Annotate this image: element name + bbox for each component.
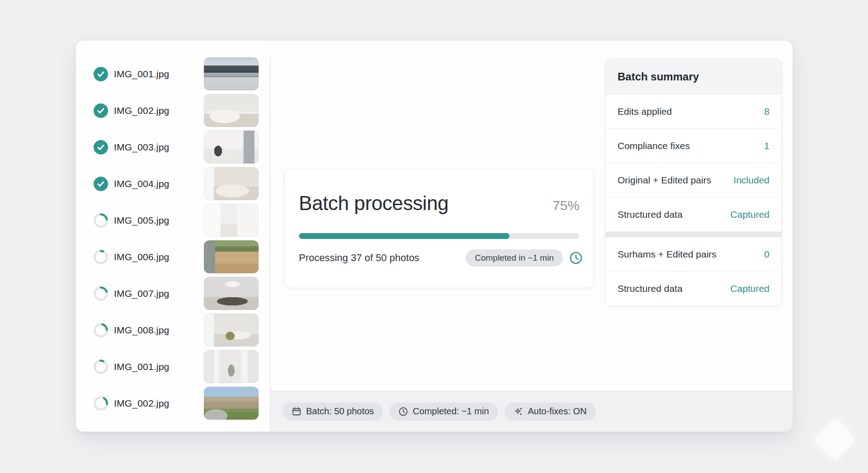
file-name: IMG_007.jpg xyxy=(114,288,169,299)
summary-row: Compliance fixes 1 xyxy=(606,129,781,163)
list-item[interactable]: IMG_008.jpg xyxy=(76,312,270,348)
progress-spinner-icon xyxy=(94,396,108,411)
progress-percent: 75% xyxy=(552,198,580,213)
clock-icon xyxy=(569,251,583,265)
summary-row-value: 1 xyxy=(764,140,769,151)
chip-label: Batch: 50 photos xyxy=(306,406,374,417)
photo-thumbnail xyxy=(204,314,259,347)
file-name: IMG_005.jpg xyxy=(114,215,169,226)
summary-row-value: Captured xyxy=(731,209,769,220)
check-icon xyxy=(94,140,108,155)
summary-row-value: Included xyxy=(734,175,769,186)
file-status xyxy=(94,396,108,411)
summary-row-value: 0 xyxy=(764,249,769,260)
file-status xyxy=(94,286,108,301)
summary-row: Original + Edited pairs Included xyxy=(606,163,781,197)
photo-thumbnail xyxy=(204,94,259,127)
photo-thumbnail xyxy=(204,350,259,383)
photo-thumbnail xyxy=(204,277,259,310)
summary-group-divider xyxy=(606,232,781,237)
eta-badge: Completed in ~1 min xyxy=(466,249,563,267)
sidebar-divider xyxy=(270,57,270,431)
progress-spinner-icon xyxy=(94,213,108,228)
file-status xyxy=(94,140,108,155)
check-icon xyxy=(94,103,108,118)
file-name: IMG_008.jpg xyxy=(114,325,169,336)
summary-row: Surhams + Edited pairs 0 xyxy=(606,237,781,272)
progress-spinner-icon xyxy=(94,250,108,264)
list-item[interactable]: IMG_004.jpg xyxy=(76,165,270,202)
file-name: IMG_001.jpg xyxy=(114,69,169,80)
file-name: IMG_002.jpg xyxy=(114,105,169,116)
list-item[interactable]: IMG_002.jpg xyxy=(76,385,270,421)
file-name: IMG_006.jpg xyxy=(114,252,169,262)
summary-row-value: 8 xyxy=(764,106,769,117)
list-item[interactable]: IMG_002.jpg xyxy=(76,92,270,129)
summary-row: Structured data Captured xyxy=(606,197,781,232)
file-status xyxy=(94,213,108,228)
check-icon xyxy=(94,177,108,191)
sparkles-icon xyxy=(514,407,524,417)
summary-row-label: Surhams + Edited pairs xyxy=(618,249,717,260)
check-icon xyxy=(94,67,108,81)
file-status xyxy=(94,177,108,191)
list-item[interactable]: IMG_006.jpg xyxy=(76,239,270,275)
file-status xyxy=(94,250,108,264)
summary-row: Structured data Captured xyxy=(606,272,781,306)
photo-thumbnail xyxy=(204,204,259,237)
progress-spinner-icon xyxy=(94,286,108,301)
batch-count-chip: Batch: 50 photos xyxy=(283,403,383,421)
batch-summary-panel: Batch summary Edits applied 8 Compliance… xyxy=(605,59,782,306)
file-status xyxy=(94,360,108,374)
app-window: IMG_001.jpg IMG_002.jpg IMG_003.jpg xyxy=(75,40,793,432)
list-item[interactable]: IMG_001.jpg xyxy=(76,348,270,385)
file-name: IMG_002.jpg xyxy=(114,398,169,409)
list-item[interactable]: IMG_003.jpg xyxy=(76,129,270,165)
file-status xyxy=(94,323,108,337)
file-name: IMG_001.jpg xyxy=(114,361,169,372)
diamond-watermark xyxy=(814,418,856,460)
list-item[interactable]: IMG_007.jpg xyxy=(76,275,270,312)
summary-row-label: Compliance fixes xyxy=(618,140,690,151)
file-name: IMG_004.jpg xyxy=(114,178,169,189)
file-name: IMG_003.jpg xyxy=(114,142,169,153)
summary-title: Batch summary xyxy=(606,59,781,94)
summary-row-label: Original + Edited pairs xyxy=(618,175,711,186)
calendar-icon xyxy=(292,407,302,417)
progress-bar xyxy=(299,233,580,239)
photo-thumbnail xyxy=(204,131,259,164)
completed-time-chip: Completed: ~1 min xyxy=(389,403,498,421)
processing-info-row: Processing 37 of 50 photos Completed in … xyxy=(299,249,583,267)
summary-row-label: Edits applied xyxy=(618,106,672,117)
processing-header: Batch processing 75% xyxy=(299,192,580,215)
page-title: Batch processing xyxy=(299,192,448,215)
progress-spinner-icon xyxy=(94,360,108,374)
summary-row-label: Structured data xyxy=(618,283,683,294)
processing-status-text: Processing 37 of 50 photos xyxy=(299,252,466,264)
chip-label: Completed: ~1 min xyxy=(413,406,489,417)
batch-processing-card: Batch processing 75% Processing 37 of 50… xyxy=(284,169,594,288)
file-list: IMG_001.jpg IMG_002.jpg IMG_003.jpg xyxy=(76,41,270,431)
list-item[interactable]: IMG_001.jpg xyxy=(76,56,270,92)
file-status xyxy=(94,103,108,118)
auto-fixes-chip: Auto-fixes: ON xyxy=(505,403,596,421)
photo-thumbnail xyxy=(204,167,259,200)
photo-thumbnail xyxy=(204,57,259,90)
photo-thumbnail xyxy=(204,387,259,420)
photo-thumbnail xyxy=(204,240,259,273)
clock-icon xyxy=(398,407,408,417)
file-status xyxy=(94,67,108,81)
progress-fill xyxy=(299,233,509,239)
chip-label: Auto-fixes: ON xyxy=(528,406,587,417)
status-bar: Batch: 50 photos Completed: ~1 min Auto-… xyxy=(270,391,793,431)
list-item[interactable]: IMG_005.jpg xyxy=(76,202,270,239)
progress-spinner-icon xyxy=(94,323,108,337)
summary-row: Edits applied 8 xyxy=(606,94,781,129)
summary-row-value: Captured xyxy=(731,283,769,294)
summary-row-label: Structured data xyxy=(618,209,683,220)
